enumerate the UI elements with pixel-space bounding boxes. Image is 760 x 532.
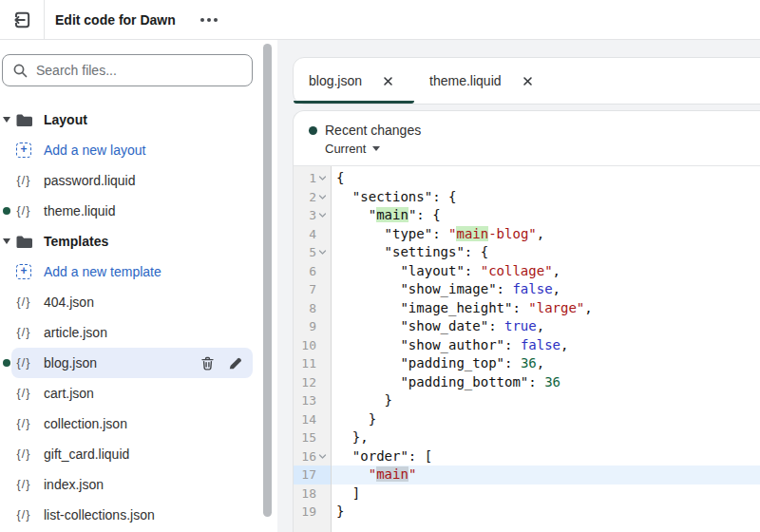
file-404-json[interactable]: {/}404.json <box>11 287 253 317</box>
close-tab-button[interactable] <box>521 74 535 88</box>
code-token: -blog" <box>488 226 537 241</box>
folder-templates[interactable]: Templates <box>11 226 253 256</box>
close-icon <box>522 76 533 86</box>
disclosure-triangle-icon[interactable] <box>3 117 10 123</box>
code-line-10[interactable]: "show_author": false, <box>332 336 760 355</box>
code-line-15[interactable]: }, <box>332 428 760 447</box>
gutter-line-13: 13 <box>294 391 331 410</box>
editor-panel: Recent changes Current 12345678910111213… <box>293 110 760 532</box>
close-tab-button[interactable] <box>381 74 395 88</box>
code-file-icon: {/} <box>17 508 31 522</box>
code-token: main <box>376 207 408 222</box>
recent-changes-header: Recent changes Current <box>294 111 760 166</box>
search-input[interactable] <box>36 63 242 78</box>
editor-gutter: 12345678910111213141516171819 <box>294 166 332 532</box>
line-number: 17 <box>294 467 316 482</box>
line-number: 10 <box>294 338 316 352</box>
folder-layout-label: Layout <box>44 112 87 127</box>
page-title: Edit code for Dawn <box>55 12 176 28</box>
horizontal-dots-menu-icon <box>200 18 204 22</box>
gutter-line-19: 19 <box>294 503 331 522</box>
code-editor[interactable]: 12345678910111213141516171819 { "section… <box>294 166 760 532</box>
add-new-add-a-new-template[interactable]: +Add a new template <box>11 256 253 287</box>
file-blog-json[interactable]: {/}blog.json <box>11 348 253 378</box>
file-collection-json[interactable]: {/}collection.json <box>11 408 253 439</box>
code-token: , <box>537 355 544 370</box>
code-line-3[interactable]: "main": { <box>332 206 760 225</box>
file-theme-liquid[interactable]: {/}theme.liquid <box>11 196 253 226</box>
row-lead <box>2 207 11 215</box>
code-token: } <box>336 392 392 408</box>
tab-bar: blog.jsontheme.liquid <box>293 57 760 104</box>
fold-chevron-icon[interactable] <box>316 452 329 461</box>
file-list-collections-json[interactable]: {/}list-collections.json <box>11 500 253 530</box>
file-article-json[interactable]: {/}article.json <box>11 317 253 348</box>
code-line-11[interactable]: "padding_top": 36, <box>332 354 760 373</box>
code-line-18[interactable]: ] <box>332 484 760 504</box>
file-gift-card-liquid[interactable]: {/}gift_card.liquid <box>11 439 253 469</box>
tab-label: theme.liquid <box>429 73 502 88</box>
code-line-6[interactable]: "layout": "collage", <box>332 262 760 281</box>
code-line-5[interactable]: "settings": { <box>332 243 760 262</box>
fold-chevron-icon[interactable] <box>316 211 329 219</box>
code-line-17[interactable]: "main" <box>332 466 760 484</box>
code-line-19[interactable]: } <box>332 503 760 522</box>
code-token: "show_author": <box>336 337 521 352</box>
disclosure-triangle-icon[interactable] <box>3 238 10 244</box>
code-line-4[interactable]: "type": "main-blog", <box>332 225 760 244</box>
code-line-14[interactable]: } <box>332 410 760 429</box>
editor-main: blog.jsontheme.liquid Recent changes Cur… <box>277 40 760 532</box>
code-line-1[interactable]: { <box>332 169 760 188</box>
code-line-9[interactable]: "show_date": true, <box>332 317 760 336</box>
line-number: 8 <box>294 301 316 315</box>
more-actions-button[interactable] <box>197 12 221 28</box>
code-file-icon: {/} <box>17 417 31 430</box>
code-token: "sections": { <box>336 189 456 204</box>
code-file-icon: {/} <box>14 508 33 522</box>
code-token: , <box>537 226 544 241</box>
version-dropdown[interactable]: Current <box>325 142 380 156</box>
code-line-7[interactable]: "show_image": false, <box>332 280 760 299</box>
row-lead <box>2 359 11 367</box>
line-number: 7 <box>294 282 316 296</box>
tab-theme-liquid[interactable]: theme.liquid <box>414 58 554 104</box>
add-new-add-a-new-layout-label: Add a new layout <box>44 142 145 158</box>
search-files-box[interactable] <box>2 54 253 86</box>
exit-button[interactable] <box>0 0 45 40</box>
active-tab-indicator <box>294 101 414 104</box>
fold-chevron-icon[interactable] <box>316 193 329 201</box>
sidebar-scrollbar[interactable] <box>263 44 272 517</box>
gutter-line-10: 10 <box>294 336 331 355</box>
code-token: } <box>336 504 344 519</box>
add-new-add-a-new-layout[interactable]: +Add a new layout <box>11 135 253 165</box>
file-index-json-label: index.json <box>44 477 104 492</box>
code-token: , <box>560 337 568 352</box>
delete-button[interactable] <box>200 355 216 371</box>
add-dashed-icon: + <box>14 142 33 158</box>
code-token <box>336 466 369 482</box>
file-cart-json[interactable]: {/}cart.json <box>11 378 253 408</box>
file-index-json[interactable]: {/}index.json <box>11 469 253 500</box>
code-file-icon: {/} <box>14 478 33 491</box>
code-line-13[interactable]: } <box>332 391 760 410</box>
fold-chevron-icon[interactable] <box>316 248 329 256</box>
tab-blog-json[interactable]: blog.json <box>294 58 414 104</box>
editor-code[interactable]: { "sections": { "main": { "type": "main-… <box>332 166 760 532</box>
code-line-8[interactable]: "image_height": "large", <box>332 299 760 318</box>
code-token: "show_image": <box>336 281 512 296</box>
gutter-line-7: 7 <box>294 280 331 299</box>
gutter-line-11: 11 <box>294 354 331 373</box>
code-line-2[interactable]: "sections": { <box>332 188 760 207</box>
folder-layout[interactable]: Layout <box>11 104 253 135</box>
code-file-icon: {/} <box>14 204 33 218</box>
code-line-16[interactable]: "order": [ <box>332 447 760 466</box>
file-password-liquid[interactable]: {/}password.liquid <box>11 165 253 196</box>
line-number: 9 <box>294 319 316 333</box>
line-number: 1 <box>294 171 316 185</box>
folder-icon <box>14 113 33 127</box>
code-token: true <box>504 318 537 333</box>
fold-chevron-icon[interactable] <box>316 174 329 182</box>
file-collection-json-label: collection.json <box>44 416 127 431</box>
edit-button[interactable] <box>227 355 243 371</box>
code-line-12[interactable]: "padding_bottom": 36 <box>332 373 760 392</box>
